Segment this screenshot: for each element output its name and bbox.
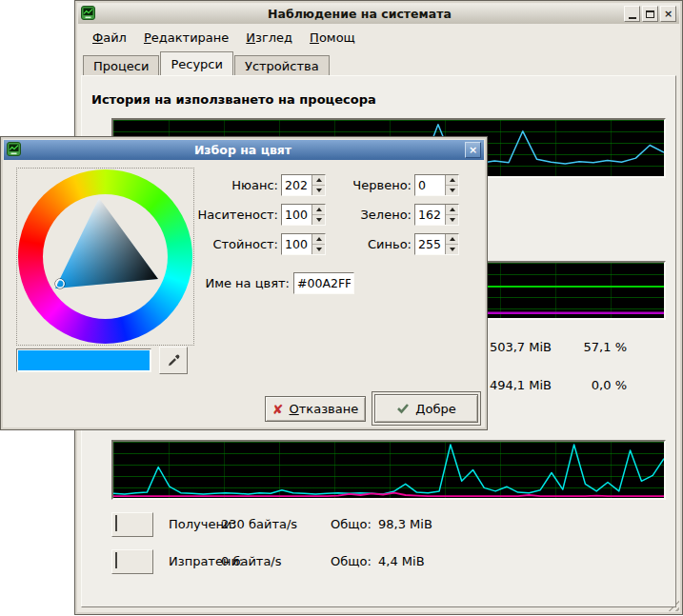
value-spinner[interactable] — [281, 233, 326, 255]
network-received-row: Получени: 230 байта/s Общо: 98,3 MiB — [82, 512, 675, 539]
tab-bar: Процеси Ресурси Устройства — [83, 51, 331, 75]
red-spin-down-icon[interactable] — [446, 186, 458, 195]
color-name-label: Име на цвят: — [171, 276, 290, 292]
hue-spin-down-icon[interactable] — [312, 186, 325, 195]
color-selection-dialog: Избор на цвят × — [0, 136, 488, 430]
green-label: Зелено: — [332, 208, 412, 224]
ok-button[interactable]: Добре — [374, 394, 478, 423]
hue-label: Нюанс: — [191, 178, 278, 194]
window-controls: × — [624, 6, 676, 22]
dialog-app-icon — [7, 142, 21, 159]
received-color-button[interactable] — [111, 512, 153, 537]
green-input[interactable] — [415, 205, 445, 225]
ok-check-icon — [396, 403, 410, 414]
color-preview — [16, 348, 151, 372]
received-total: 98,3 MiB — [378, 517, 432, 531]
red-spinner[interactable] — [414, 174, 459, 196]
value-input[interactable] — [282, 234, 311, 254]
value-spin-up-icon[interactable] — [312, 234, 325, 245]
blue-input[interactable] — [415, 234, 445, 254]
sent-total-label: Общо: — [331, 554, 372, 568]
maximize-button-icon[interactable] — [642, 6, 658, 22]
blue-spin-up-icon[interactable] — [446, 234, 458, 245]
green-spinner[interactable] — [414, 204, 459, 226]
saturation-label: Наситеност: — [191, 208, 278, 224]
sent-color-button[interactable] — [111, 549, 153, 574]
main-window-title: Наблюдение на системата — [99, 7, 620, 21]
eyedropper-icon — [166, 353, 181, 368]
hue-spinner[interactable] — [281, 174, 326, 196]
red-label: Червено: — [332, 178, 412, 194]
hue-input[interactable] — [282, 175, 311, 195]
menubar: Файл Редактиране Изглед Помощ — [78, 25, 679, 50]
saturation-input[interactable] — [282, 205, 311, 225]
saturation-spin-up-icon[interactable] — [312, 205, 325, 215]
green-spin-up-icon[interactable] — [446, 205, 458, 215]
value-label: Стойност: — [191, 237, 278, 253]
main-titlebar[interactable]: Наблюдение на системата × — [78, 4, 679, 24]
saturation-spin-down-icon[interactable] — [312, 215, 325, 225]
tab-devices[interactable]: Устройства — [234, 55, 330, 75]
red-input[interactable] — [415, 175, 445, 195]
cancel-x-icon: ✘ — [272, 403, 284, 416]
blue-spinner[interactable] — [414, 233, 459, 255]
green-spin-down-icon[interactable] — [446, 215, 458, 225]
sent-total: 4,4 MiB — [378, 554, 425, 568]
sent-color-swatch — [115, 552, 117, 568]
color-name-entry[interactable] — [293, 272, 354, 294]
saturation-spinner[interactable] — [281, 204, 326, 226]
value-spin-down-icon[interactable] — [312, 245, 325, 254]
menu-help[interactable]: Помощ — [301, 27, 364, 49]
blue-label: Синьо: — [332, 237, 412, 253]
cancel-button[interactable]: ✘ Отказване — [265, 396, 366, 422]
tab-resources[interactable]: Ресурси — [160, 51, 233, 75]
received-rate: 230 байта/s — [221, 517, 297, 531]
red-spin-up-icon[interactable] — [446, 175, 458, 186]
swap-percent: 0,0 % — [558, 378, 627, 392]
sent-rate: 0 байта/s — [221, 554, 282, 568]
desktop: Наблюдение на системата × Файл Редактира… — [0, 0, 683, 616]
network-history-chart — [111, 440, 666, 500]
eyedropper-button[interactable] — [159, 347, 188, 374]
hsv-color-wheel[interactable] — [16, 168, 194, 346]
color-name-input[interactable] — [294, 273, 353, 293]
received-total-label: Общо: — [331, 517, 372, 531]
color-preview-fill — [18, 350, 150, 370]
saturation-value-triangle[interactable] — [17, 169, 193, 345]
menu-file[interactable]: Файл — [84, 27, 135, 49]
cpu-history-title: История на използването на процесора — [91, 92, 376, 107]
memory-percent: 57,1 % — [558, 340, 627, 354]
system-monitor-app-icon — [81, 6, 95, 23]
close-button-icon[interactable]: × — [660, 6, 676, 22]
minimize-button-icon[interactable] — [624, 6, 640, 22]
dialog-title: Избор на цвят — [25, 143, 461, 157]
ok-button-label: Добре — [415, 402, 455, 416]
dialog-close-icon[interactable]: × — [465, 142, 481, 158]
tab-processes[interactable]: Процеси — [83, 55, 159, 75]
menu-edit[interactable]: Редактиране — [135, 27, 237, 49]
network-sent-row: Изпратени: 0 байта/s Общо: 4,4 MiB — [82, 549, 675, 576]
hue-spin-up-icon[interactable] — [312, 175, 325, 186]
cancel-button-label: Отказване — [290, 402, 359, 416]
dialog-titlebar[interactable]: Избор на цвят × — [4, 140, 484, 160]
blue-spin-down-icon[interactable] — [446, 245, 458, 254]
received-color-swatch — [115, 515, 117, 531]
menu-view[interactable]: Изглед — [237, 27, 301, 49]
